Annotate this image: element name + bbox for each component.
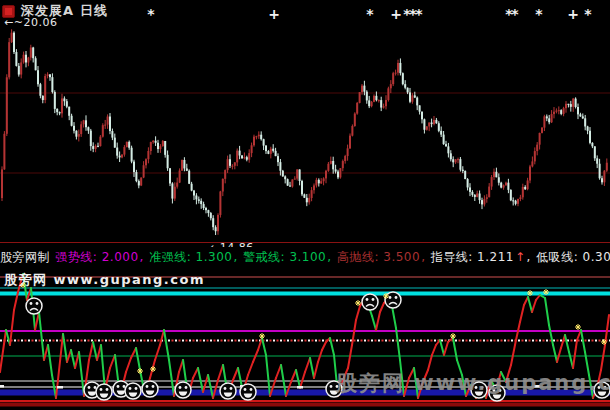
candle-body xyxy=(260,135,262,139)
candle-body xyxy=(265,146,267,151)
smiley-icon xyxy=(125,383,141,399)
candle-body xyxy=(464,171,466,179)
candle-body xyxy=(145,159,147,165)
period-label[interactable]: 日线 xyxy=(80,2,108,20)
candle-body xyxy=(301,181,303,194)
candle-body xyxy=(157,143,159,149)
curve-segment xyxy=(79,352,84,396)
candle-body xyxy=(63,98,65,101)
candle-body xyxy=(47,74,49,76)
candle-body xyxy=(150,142,152,151)
candle-body xyxy=(133,162,135,172)
candle-body xyxy=(380,100,382,107)
candle-body xyxy=(51,77,53,92)
candle-body xyxy=(191,184,193,191)
candle-body xyxy=(409,92,411,101)
candle-body xyxy=(543,116,545,127)
candle-body xyxy=(169,168,171,183)
candle-body xyxy=(589,131,591,143)
candle-body xyxy=(493,172,495,177)
candle-body xyxy=(534,151,536,161)
candle-body xyxy=(147,151,149,159)
candle-body xyxy=(215,227,217,231)
candle-body xyxy=(546,116,548,118)
candle-body xyxy=(315,180,317,186)
candle-body xyxy=(402,73,404,84)
candle-body xyxy=(335,169,337,171)
candle-body xyxy=(383,106,385,107)
chart-canvas[interactable]: *+*+******+* xyxy=(0,0,610,410)
curve-segment xyxy=(520,305,524,322)
candle-body xyxy=(500,183,502,188)
curve-segment xyxy=(93,342,97,360)
candle-body xyxy=(387,88,389,100)
candle-body xyxy=(378,100,380,101)
candle-body xyxy=(279,162,281,171)
candle-body xyxy=(423,119,425,129)
curve-segment xyxy=(380,303,384,312)
candle-body xyxy=(181,160,183,171)
candle-body xyxy=(198,199,200,201)
candle-body xyxy=(3,134,5,170)
candlesticks xyxy=(1,29,608,235)
signal-star-icon: * xyxy=(366,6,374,22)
curve-segment xyxy=(296,370,300,388)
candle-body xyxy=(327,164,329,171)
stock-name[interactable]: 深发展A xyxy=(21,2,74,20)
candle-body xyxy=(553,112,555,114)
candle-body xyxy=(87,127,89,130)
candle-body xyxy=(25,55,27,63)
candle-body xyxy=(361,86,363,93)
curve-segment xyxy=(218,365,223,380)
candle-body xyxy=(558,110,560,111)
curve-segment xyxy=(423,370,428,382)
sparkle-icon xyxy=(575,324,581,330)
signal-star-icon: * xyxy=(415,6,423,22)
candle-body xyxy=(255,136,257,137)
candle-body xyxy=(212,218,214,227)
candle-body xyxy=(368,100,370,106)
candle-body xyxy=(601,178,603,182)
candle-body xyxy=(594,146,596,158)
candle-body xyxy=(599,164,601,179)
candle-body xyxy=(171,183,173,198)
candle-body xyxy=(30,48,32,58)
sparkle-icon xyxy=(450,333,456,339)
curve-segment xyxy=(396,328,400,360)
candle-body xyxy=(503,185,505,187)
curve-segment xyxy=(432,345,436,355)
candle-body xyxy=(116,148,118,156)
candle-body xyxy=(332,161,334,169)
candle-body xyxy=(68,107,70,116)
candle-body xyxy=(565,104,567,108)
candle-body xyxy=(32,48,34,59)
candle-body xyxy=(529,166,531,180)
candle-body xyxy=(234,162,236,165)
candle-body xyxy=(135,172,137,181)
candle-body xyxy=(56,109,58,112)
stock-logo-icon[interactable] xyxy=(2,5,15,18)
candle-body xyxy=(222,179,224,192)
candle-body xyxy=(210,213,212,218)
candle-body xyxy=(486,197,488,199)
candle-body xyxy=(385,100,387,106)
smiley-icon xyxy=(489,385,505,401)
candle-body xyxy=(11,33,13,42)
candle-body xyxy=(231,166,233,167)
candle-body xyxy=(239,151,241,156)
indicator-parameter-row[interactable]: 股旁网制 强势线: 2.000, 准强线: 1.300, 警戒线: 3.100,… xyxy=(0,247,610,268)
candle-body xyxy=(193,191,195,196)
curve-segment xyxy=(545,298,549,325)
candle-body xyxy=(78,134,80,137)
candle-body xyxy=(325,171,327,179)
curve-segment xyxy=(101,345,105,390)
curve-segment xyxy=(428,355,432,370)
curve-segment xyxy=(392,306,396,328)
candle-body xyxy=(551,114,553,122)
candle-body xyxy=(159,146,161,149)
candle-body xyxy=(488,187,490,198)
separator: , xyxy=(233,250,242,264)
candle-body xyxy=(344,156,346,161)
curve-segment xyxy=(300,372,305,388)
curve-segment xyxy=(89,342,93,360)
